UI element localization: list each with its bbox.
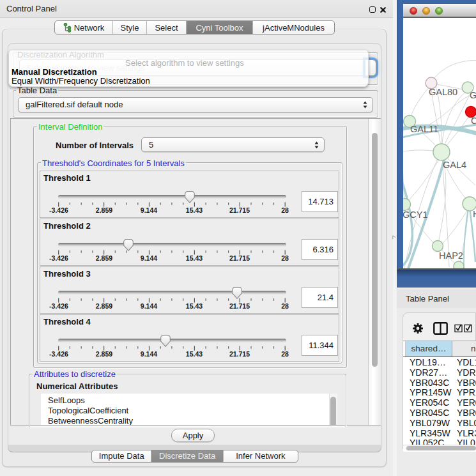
svg-text:H: H: [473, 209, 476, 219]
svg-text:HAP2: HAP2: [439, 250, 463, 261]
svg-text:C: C: [471, 116, 476, 126]
svg-text:GCY1: GCY1: [403, 210, 428, 220]
svg-text:GAL80: GAL80: [429, 87, 457, 97]
svg-text:GAL11: GAL11: [410, 124, 438, 134]
svg-text:GAL4: GAL4: [443, 160, 466, 170]
svg-text:G.: G.: [470, 90, 476, 100]
